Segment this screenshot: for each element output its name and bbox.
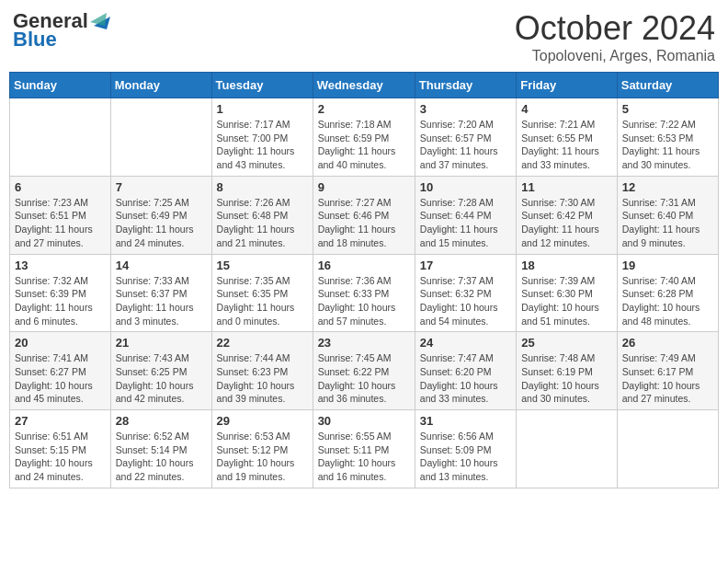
calendar-header: SundayMondayTuesdayWednesdayThursdayFrid…	[10, 73, 719, 98]
day-info: Sunrise: 7:21 AM Sunset: 6:55 PM Dayligh…	[521, 118, 612, 172]
day-cell: 23Sunrise: 7:45 AM Sunset: 6:22 PM Dayli…	[313, 332, 415, 410]
header-cell-friday: Friday	[517, 73, 618, 98]
day-info: Sunrise: 7:44 AM Sunset: 6:23 PM Dayligh…	[217, 351, 308, 406]
week-row-3: 13Sunrise: 7:32 AM Sunset: 6:39 PM Dayli…	[10, 254, 719, 332]
day-info: Sunrise: 7:35 AM Sunset: 6:35 PM Dayligh…	[217, 274, 308, 328]
day-info: Sunrise: 7:32 AM Sunset: 6:39 PM Dayligh…	[15, 274, 106, 328]
day-cell: 10Sunrise: 7:28 AM Sunset: 6:44 PM Dayli…	[415, 176, 516, 254]
day-info: Sunrise: 7:25 AM Sunset: 6:49 PM Dayligh…	[116, 196, 207, 250]
day-info: Sunrise: 7:28 AM Sunset: 6:44 PM Dayligh…	[420, 196, 511, 250]
header-cell-saturday: Saturday	[617, 73, 718, 98]
day-number: 5	[622, 102, 713, 116]
day-number: 6	[15, 180, 106, 194]
day-number: 31	[420, 414, 511, 428]
day-cell: 4Sunrise: 7:21 AM Sunset: 6:55 PM Daylig…	[517, 98, 618, 177]
day-cell: 6Sunrise: 7:23 AM Sunset: 6:51 PM Daylig…	[10, 176, 111, 254]
title-block: October 2024 Topoloveni, Arges, Romania	[515, 9, 715, 64]
day-number: 9	[318, 180, 410, 194]
day-cell: 18Sunrise: 7:39 AM Sunset: 6:30 PM Dayli…	[517, 254, 618, 332]
day-cell: 16Sunrise: 7:36 AM Sunset: 6:33 PM Dayli…	[313, 254, 415, 332]
day-number: 26	[622, 336, 713, 350]
day-number: 18	[521, 259, 612, 272]
day-number: 24	[420, 336, 511, 350]
day-info: Sunrise: 6:55 AM Sunset: 5:11 PM Dayligh…	[318, 430, 410, 484]
header-cell-tuesday: Tuesday	[211, 73, 313, 98]
day-number: 1	[217, 102, 308, 116]
day-number: 20	[15, 336, 106, 350]
day-number: 4	[521, 102, 612, 116]
day-cell: 15Sunrise: 7:35 AM Sunset: 6:35 PM Dayli…	[211, 254, 313, 332]
day-cell	[617, 410, 718, 488]
day-number: 29	[217, 414, 308, 428]
week-row-5: 27Sunrise: 6:51 AM Sunset: 5:15 PM Dayli…	[10, 410, 719, 488]
day-info: Sunrise: 7:33 AM Sunset: 6:37 PM Dayligh…	[116, 274, 207, 328]
day-info: Sunrise: 7:48 AM Sunset: 6:19 PM Dayligh…	[521, 351, 612, 406]
day-info: Sunrise: 7:17 AM Sunset: 7:00 PM Dayligh…	[217, 118, 308, 172]
day-info: Sunrise: 7:22 AM Sunset: 6:53 PM Dayligh…	[622, 118, 713, 172]
day-cell: 21Sunrise: 7:43 AM Sunset: 6:25 PM Dayli…	[110, 332, 211, 410]
day-info: Sunrise: 7:47 AM Sunset: 6:20 PM Dayligh…	[420, 351, 511, 406]
day-cell: 19Sunrise: 7:40 AM Sunset: 6:28 PM Dayli…	[617, 254, 718, 332]
day-number: 16	[318, 259, 410, 272]
day-number: 12	[622, 180, 713, 194]
day-number: 2	[318, 102, 410, 116]
logo-blue: Blue	[13, 28, 57, 52]
day-cell	[517, 410, 618, 488]
day-cell: 31Sunrise: 6:56 AM Sunset: 5:09 PM Dayli…	[415, 410, 516, 488]
logo: General Blue	[13, 9, 110, 52]
header-cell-monday: Monday	[110, 73, 211, 98]
week-row-1: 1Sunrise: 7:17 AM Sunset: 7:00 PM Daylig…	[10, 98, 719, 177]
day-cell: 11Sunrise: 7:30 AM Sunset: 6:42 PM Dayli…	[517, 176, 618, 254]
day-number: 3	[420, 102, 511, 116]
day-cell: 27Sunrise: 6:51 AM Sunset: 5:15 PM Dayli…	[10, 410, 111, 488]
day-cell: 13Sunrise: 7:32 AM Sunset: 6:39 PM Dayli…	[10, 254, 111, 332]
day-info: Sunrise: 7:31 AM Sunset: 6:40 PM Dayligh…	[622, 196, 713, 250]
day-number: 23	[318, 336, 410, 350]
logo-wing-icon	[90, 13, 110, 29]
day-cell: 9Sunrise: 7:27 AM Sunset: 6:46 PM Daylig…	[313, 176, 415, 254]
header-cell-thursday: Thursday	[415, 73, 516, 98]
day-number: 19	[622, 259, 713, 272]
day-cell: 5Sunrise: 7:22 AM Sunset: 6:53 PM Daylig…	[617, 98, 718, 177]
day-info: Sunrise: 7:23 AM Sunset: 6:51 PM Dayligh…	[15, 196, 106, 250]
svg-marker-1	[90, 13, 107, 26]
day-info: Sunrise: 7:30 AM Sunset: 6:42 PM Dayligh…	[521, 196, 612, 250]
day-info: Sunrise: 6:51 AM Sunset: 5:15 PM Dayligh…	[15, 430, 106, 484]
day-number: 25	[521, 336, 612, 350]
page-header: General Blue October 2024 Topoloveni, Ar…	[9, 9, 719, 64]
day-number: 10	[420, 180, 511, 194]
day-info: Sunrise: 7:39 AM Sunset: 6:30 PM Dayligh…	[521, 274, 612, 328]
calendar-table: SundayMondayTuesdayWednesdayThursdayFrid…	[9, 72, 719, 488]
calendar-body: 1Sunrise: 7:17 AM Sunset: 7:00 PM Daylig…	[10, 98, 719, 488]
day-info: Sunrise: 7:20 AM Sunset: 6:57 PM Dayligh…	[420, 118, 511, 172]
day-cell: 8Sunrise: 7:26 AM Sunset: 6:48 PM Daylig…	[211, 176, 313, 254]
day-info: Sunrise: 6:56 AM Sunset: 5:09 PM Dayligh…	[420, 430, 511, 484]
day-number: 14	[116, 259, 207, 272]
day-cell: 14Sunrise: 7:33 AM Sunset: 6:37 PM Dayli…	[110, 254, 211, 332]
day-cell: 25Sunrise: 7:48 AM Sunset: 6:19 PM Dayli…	[517, 332, 618, 410]
day-info: Sunrise: 7:37 AM Sunset: 6:32 PM Dayligh…	[420, 274, 511, 328]
day-number: 13	[15, 259, 106, 272]
day-info: Sunrise: 7:36 AM Sunset: 6:33 PM Dayligh…	[318, 274, 410, 328]
day-number: 22	[217, 336, 308, 350]
day-cell: 26Sunrise: 7:49 AM Sunset: 6:17 PM Dayli…	[617, 332, 718, 410]
week-row-4: 20Sunrise: 7:41 AM Sunset: 6:27 PM Dayli…	[10, 332, 719, 410]
day-number: 27	[15, 414, 106, 428]
day-cell: 20Sunrise: 7:41 AM Sunset: 6:27 PM Dayli…	[10, 332, 111, 410]
day-number: 21	[116, 336, 207, 350]
day-cell: 24Sunrise: 7:47 AM Sunset: 6:20 PM Dayli…	[415, 332, 516, 410]
day-cell: 17Sunrise: 7:37 AM Sunset: 6:32 PM Dayli…	[415, 254, 516, 332]
day-number: 11	[521, 180, 612, 194]
day-info: Sunrise: 7:41 AM Sunset: 6:27 PM Dayligh…	[15, 351, 106, 406]
day-number: 30	[318, 414, 410, 428]
week-row-2: 6Sunrise: 7:23 AM Sunset: 6:51 PM Daylig…	[10, 176, 719, 254]
header-row: SundayMondayTuesdayWednesdayThursdayFrid…	[10, 73, 719, 98]
day-cell: 22Sunrise: 7:44 AM Sunset: 6:23 PM Dayli…	[211, 332, 313, 410]
day-cell	[110, 98, 211, 177]
day-cell: 28Sunrise: 6:52 AM Sunset: 5:14 PM Dayli…	[110, 410, 211, 488]
day-number: 17	[420, 259, 511, 272]
header-cell-wednesday: Wednesday	[313, 73, 415, 98]
day-info: Sunrise: 7:45 AM Sunset: 6:22 PM Dayligh…	[318, 351, 410, 406]
day-cell: 3Sunrise: 7:20 AM Sunset: 6:57 PM Daylig…	[415, 98, 516, 177]
day-info: Sunrise: 7:27 AM Sunset: 6:46 PM Dayligh…	[318, 196, 410, 250]
